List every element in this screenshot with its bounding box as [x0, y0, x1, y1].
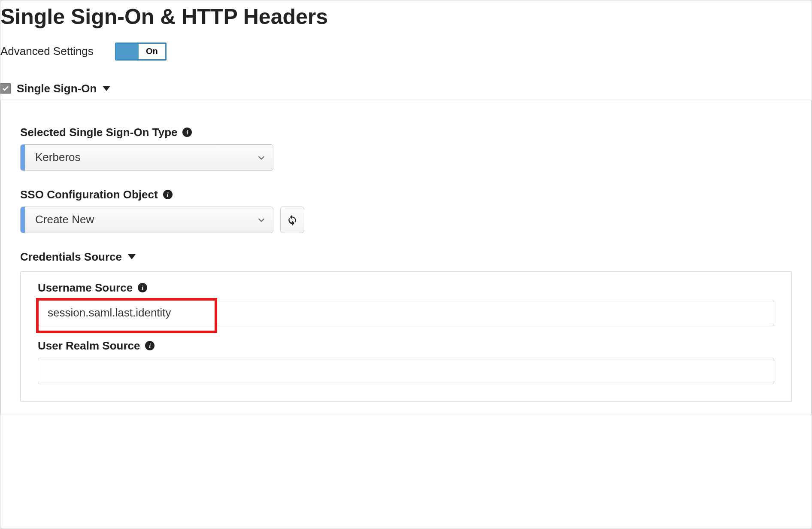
credentials-source-header[interactable]: Credentials Source	[20, 250, 792, 264]
info-icon[interactable]: i	[182, 128, 192, 137]
sso-type-select[interactable]: Kerberos	[20, 144, 273, 171]
sso-type-value: Kerberos	[25, 151, 250, 164]
advanced-settings-label: Advanced Settings	[0, 45, 94, 58]
sso-type-label: Selected Single Sign-On Type	[20, 126, 177, 139]
advanced-settings-row: Advanced Settings On	[0, 43, 812, 61]
username-source-label: Username Source	[38, 281, 133, 295]
advanced-settings-toggle[interactable]: On	[115, 43, 167, 61]
select-accent	[21, 145, 25, 170]
sso-config-value: Create New	[25, 213, 250, 226]
sso-type-field: Selected Single Sign-On Type i Kerberos	[20, 126, 792, 171]
info-icon[interactable]: i	[138, 283, 147, 292]
check-icon	[2, 85, 9, 92]
page-title: Single Sign-On & HTTP Headers	[0, 0, 812, 30]
username-source-field: Username Source i	[38, 281, 774, 326]
toggle-thumb: On	[139, 44, 165, 59]
realm-source-field: User Realm Source i	[38, 339, 774, 384]
realm-source-label: User Realm Source	[38, 339, 140, 353]
caret-down-icon	[103, 86, 110, 91]
realm-source-input[interactable]	[38, 358, 774, 384]
sso-panel: Selected Single Sign-On Type i Kerberos …	[0, 100, 812, 415]
refresh-button[interactable]	[280, 207, 304, 233]
sso-section-title: Single Sign-On	[17, 82, 97, 95]
select-accent	[21, 207, 25, 233]
sso-config-select[interactable]: Create New	[20, 207, 273, 233]
credentials-source-title: Credentials Source	[20, 250, 122, 264]
username-source-input[interactable]	[38, 300, 774, 326]
sso-section-header[interactable]: Single Sign-On	[0, 82, 812, 95]
info-icon[interactable]: i	[145, 341, 155, 350]
credentials-panel: Username Source i User Realm Source i	[20, 271, 792, 402]
caret-down-icon	[128, 254, 136, 259]
chevron-down-icon	[250, 153, 273, 162]
chevron-down-icon	[250, 215, 273, 225]
info-icon[interactable]: i	[163, 190, 173, 199]
sso-checkbox[interactable]	[0, 83, 11, 94]
sso-config-field: SSO Configuration Object i Create New	[20, 188, 792, 233]
refresh-icon	[287, 214, 298, 225]
sso-config-label: SSO Configuration Object	[20, 188, 158, 201]
